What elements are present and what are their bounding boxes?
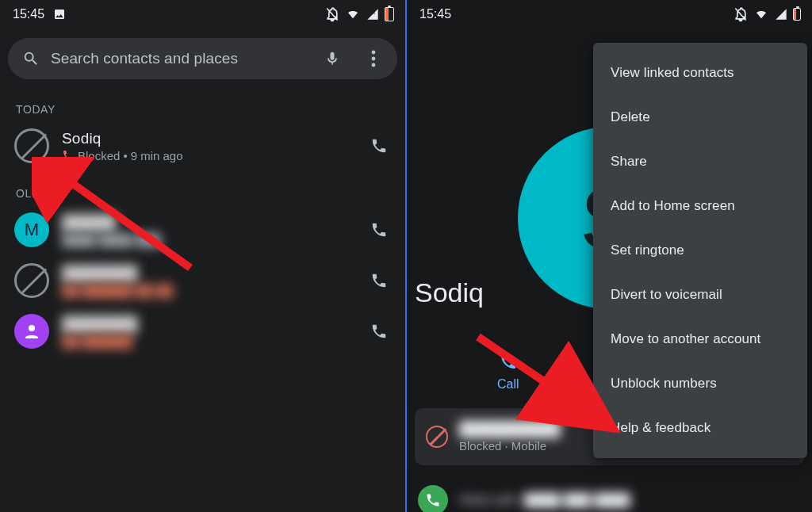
blurred-name: ███████ [62, 265, 138, 282]
call-button[interactable] [362, 264, 396, 297]
phone-screen-recents: 15:45 x Search contacts and places [0, 0, 405, 512]
overflow-menu-button[interactable] [356, 41, 391, 76]
voice-call-label: Voice call • ████ ███ ████ [459, 493, 630, 507]
phone-screen-contact: 15:45 S Sodiq Call T ███████ [407, 0, 812, 512]
action-call[interactable]: Call [407, 341, 610, 403]
menu-view-linked[interactable]: View linked contacts [593, 51, 807, 95]
voice-call-row[interactable]: Voice call • ████ ███ ████ [418, 485, 801, 512]
blurred-sub: ████ ████ ███ [62, 233, 161, 246]
battery-icon [385, 7, 394, 21]
blurred-number: ██████████ [459, 421, 561, 437]
menu-add-home[interactable]: Add to Home screen [593, 184, 807, 228]
search-icon [22, 50, 40, 67]
menu-move-account[interactable]: Move to another account [593, 317, 807, 361]
blurred-sub: ██ ██████ [62, 334, 132, 348]
status-bar: 15:45 [407, 0, 812, 27]
section-older: OLDER [0, 171, 405, 204]
status-time: 15:45 [419, 7, 451, 21]
call-row[interactable]: ███████ ██ ██████ ██ ██ [0, 255, 405, 306]
battery-icon [793, 8, 801, 21]
menu-set-ringtone[interactable]: Set ringtone [593, 228, 807, 273]
call-button[interactable] [362, 213, 396, 246]
call-row-sodiq[interactable]: Sodiq Blocked • 9 min ago [0, 120, 405, 171]
voice-call-icon [418, 485, 448, 512]
dnd-icon [324, 6, 340, 22]
menu-unblock[interactable]: Unblock numbers [593, 361, 807, 406]
svg-point-2 [372, 57, 376, 61]
svg-point-3 [372, 63, 376, 67]
status-bar: 15:45 x [0, 0, 405, 27]
blurred-name: █████ [62, 214, 116, 231]
blurred-sub: ██ ██████ ██ ██ [62, 284, 173, 297]
svg-point-4 [29, 325, 35, 331]
search-bar[interactable]: Search contacts and places [8, 38, 397, 79]
blocked-icon [426, 426, 448, 448]
call-button[interactable] [362, 315, 396, 348]
call-row[interactable]: ███████ ██ ██████ [0, 306, 405, 357]
dnd-icon [733, 6, 749, 22]
wifi-icon [753, 8, 769, 21]
image-icon [52, 8, 67, 21]
section-today: TODAY [0, 87, 405, 120]
overflow-menu: View linked contacts Delete Share Add to… [593, 43, 807, 458]
call-button[interactable] [362, 129, 396, 162]
avatar [14, 314, 49, 349]
call-name: Sodiq [62, 130, 362, 147]
blocked-icon [14, 128, 49, 163]
menu-divert-voicemail[interactable]: Divert to voicemail [593, 273, 807, 317]
call-subtitle: Blocked • 9 min ago [62, 149, 362, 162]
menu-share[interactable]: Share [593, 139, 807, 184]
signal-icon [774, 8, 788, 21]
avatar: M [14, 212, 49, 247]
status-time: 15:45 [13, 7, 44, 21]
blocked-icon [14, 263, 49, 298]
blurred-name: ███████ [62, 315, 138, 333]
search-placeholder: Search contacts and places [51, 50, 313, 67]
menu-help[interactable]: Help & feedback [593, 406, 807, 450]
svg-point-1 [372, 51, 376, 55]
signal-icon: x [366, 8, 380, 21]
wifi-icon [345, 8, 361, 21]
call-row[interactable]: M █████ ████ ████ ███ [0, 204, 405, 255]
menu-delete[interactable]: Delete [593, 95, 807, 139]
mic-icon[interactable] [324, 49, 340, 68]
contact-name: Sodiq [407, 277, 484, 308]
